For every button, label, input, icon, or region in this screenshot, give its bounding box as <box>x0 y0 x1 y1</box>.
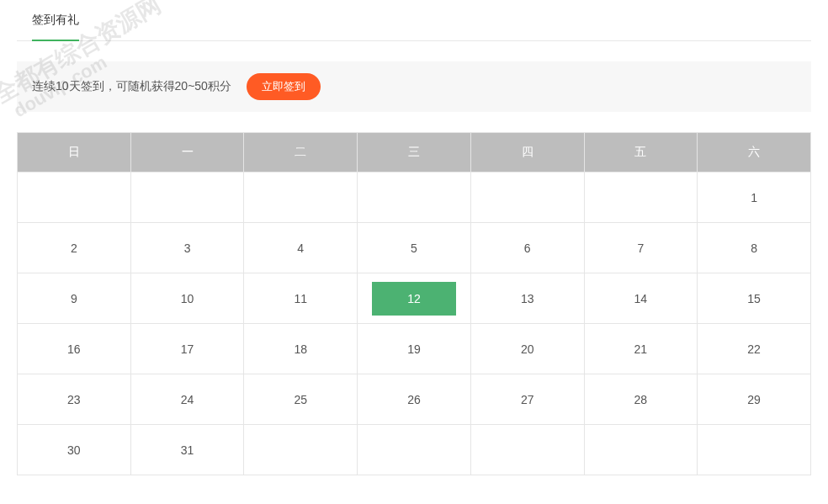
tab-label: 签到有礼 <box>32 13 79 26</box>
calendar-day-cell <box>584 172 698 223</box>
calendar-day-cell[interactable]: 14 <box>584 273 698 324</box>
calendar-day-cell <box>358 425 471 475</box>
calendar-day-cell[interactable]: 19 <box>358 324 471 374</box>
calendar-day-number: 11 <box>294 292 307 305</box>
calendar-day-cell[interactable]: 25 <box>244 374 358 425</box>
calendar-day-cell <box>130 172 244 223</box>
calendar-day-number: 17 <box>181 342 194 356</box>
calendar-day-number: 30 <box>67 443 81 457</box>
calendar-day-cell[interactable]: 3 <box>130 223 244 273</box>
calendar-day-number: 28 <box>634 393 648 406</box>
calendar-day-number: 21 <box>634 342 648 356</box>
calendar-day-number: 16 <box>67 342 81 356</box>
calendar-day-cell[interactable]: 8 <box>698 223 811 273</box>
calendar-day-number: 8 <box>751 241 757 255</box>
calendar-day-cell[interactable]: 2 <box>18 223 131 273</box>
calendar-row: 2345678 <box>18 223 811 273</box>
tab-bar: 签到有礼 <box>17 0 811 41</box>
calendar-day-cell[interactable]: 5 <box>358 223 471 273</box>
calendar-day-number: 5 <box>411 241 417 255</box>
calendar-day-cell[interactable]: 1 <box>698 172 811 223</box>
calendar-header-row: 日 一 二 三 四 五 六 <box>18 133 811 172</box>
calendar-day-number: 15 <box>747 292 761 305</box>
calendar-day-number: 18 <box>294 342 307 356</box>
calendar-day-cell[interactable]: 31 <box>130 425 244 475</box>
calendar-day-number: 20 <box>521 342 534 356</box>
calendar-day-number: 10 <box>181 292 194 305</box>
calendar-day-number: 4 <box>297 241 304 255</box>
calendar-day-number: 24 <box>181 393 194 406</box>
calendar-day-number: 27 <box>521 393 534 406</box>
calendar-day-cell[interactable]: 13 <box>470 273 584 324</box>
calendar-day-number: 29 <box>747 393 761 406</box>
calendar-day-number: 25 <box>294 393 307 406</box>
calendar-day-cell[interactable]: 21 <box>584 324 698 374</box>
calendar-day-cell[interactable]: 18 <box>244 324 358 374</box>
calendar-day-cell[interactable]: 16 <box>18 324 131 374</box>
calendar-header-sat: 六 <box>698 133 811 172</box>
calendar-day-cell[interactable]: 30 <box>18 425 131 475</box>
calendar-day-cell[interactable]: 15 <box>698 273 811 324</box>
calendar-day-cell[interactable]: 27 <box>470 374 584 425</box>
calendar-day-number: 23 <box>67 393 81 406</box>
calendar-day-number: 14 <box>634 292 648 305</box>
calendar-day-cell[interactable]: 7 <box>584 223 698 273</box>
calendar-day-cell <box>18 172 131 223</box>
calendar-day-cell[interactable]: 26 <box>358 374 471 425</box>
calendar-table: 日 一 二 三 四 五 六 12345678910111213141516171… <box>17 132 811 475</box>
calendar-row: 23242526272829 <box>18 374 811 425</box>
calendar-day-cell[interactable]: 28 <box>584 374 698 425</box>
calendar-day-number: 7 <box>637 241 644 255</box>
calendar-day-number: 3 <box>184 241 191 255</box>
calendar-header-thu: 四 <box>470 133 584 172</box>
calendar-day-number: 31 <box>181 443 194 457</box>
calendar-day-cell <box>470 425 584 475</box>
calendar-day-number: 26 <box>407 393 421 406</box>
calendar-row: 9101112131415 <box>18 273 811 324</box>
calendar-day-cell[interactable]: 29 <box>698 374 811 425</box>
calendar-day-cell[interactable]: 6 <box>470 223 584 273</box>
calendar-day-cell <box>244 425 358 475</box>
tab-signin-rewards[interactable]: 签到有礼 <box>17 0 94 40</box>
calendar-day-cell[interactable]: 22 <box>698 324 811 374</box>
calendar-day-cell <box>698 425 811 475</box>
calendar-day-cell <box>584 425 698 475</box>
signin-button[interactable]: 立即签到 <box>247 73 321 100</box>
info-bar: 连续10天签到，可随机获得20~50积分 立即签到 <box>17 61 811 112</box>
calendar-day-cell[interactable]: 4 <box>244 223 358 273</box>
calendar-day-cell[interactable]: 11 <box>244 273 358 324</box>
calendar-header-fri: 五 <box>584 133 698 172</box>
calendar-day-cell <box>470 172 584 223</box>
calendar-day-number: 9 <box>71 292 77 305</box>
calendar-day-cell[interactable]: 9 <box>18 273 131 324</box>
calendar-header-wed: 三 <box>358 133 471 172</box>
calendar-day-cell[interactable]: 20 <box>470 324 584 374</box>
calendar-header-tue: 二 <box>244 133 358 172</box>
calendar-day-number: 6 <box>524 241 531 255</box>
calendar-day-cell[interactable]: 24 <box>130 374 244 425</box>
calendar-day-number: 2 <box>71 241 77 255</box>
calendar-row: 16171819202122 <box>18 324 811 374</box>
calendar-day-cell[interactable]: 12 <box>358 273 471 324</box>
calendar-day-number: 12 <box>372 282 456 316</box>
calendar-header-mon: 一 <box>130 133 244 172</box>
info-text: 连续10天签到，可随机获得20~50积分 <box>32 79 231 94</box>
calendar-row: 3031 <box>18 425 811 475</box>
calendar-row: 1 <box>18 172 811 223</box>
calendar-day-cell[interactable]: 23 <box>18 374 131 425</box>
calendar-day-number: 22 <box>747 342 761 356</box>
calendar-day-number: 1 <box>751 191 757 204</box>
calendar-day-number: 19 <box>407 342 421 356</box>
calendar-day-cell[interactable]: 10 <box>130 273 244 324</box>
calendar-day-number: 13 <box>521 292 534 305</box>
calendar-day-cell <box>244 172 358 223</box>
calendar-day-cell[interactable]: 17 <box>130 324 244 374</box>
calendar-day-cell <box>358 172 471 223</box>
calendar-header-sun: 日 <box>18 133 131 172</box>
